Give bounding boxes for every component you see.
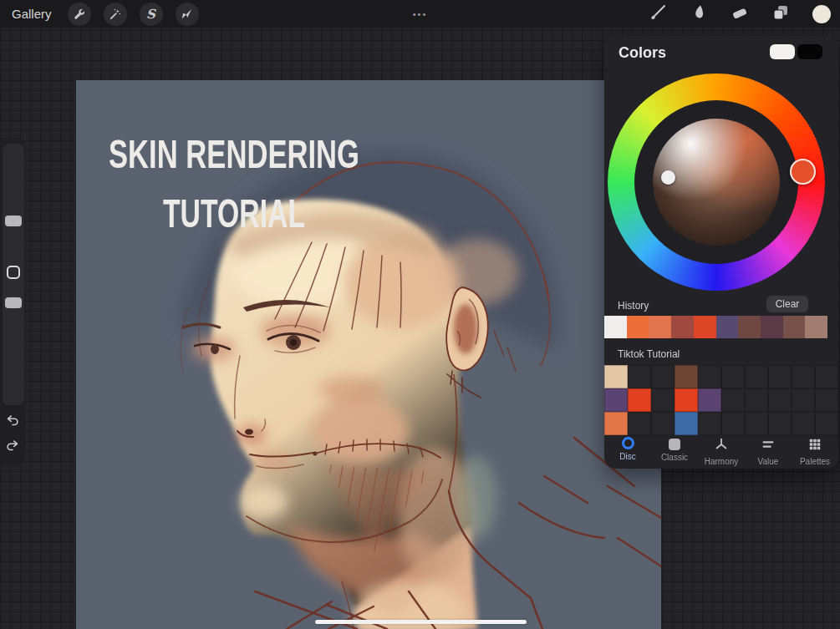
palette-swatch[interactable] <box>628 388 651 412</box>
palette-empty-cell <box>651 412 675 435</box>
tab-disc[interactable]: Disc <box>604 435 651 467</box>
palette-empty-cell <box>768 365 792 388</box>
palettes-icon <box>807 437 822 454</box>
color-mode-tabbar: Disc Classic Harmony <box>604 435 838 467</box>
saturation-knob[interactable] <box>661 170 675 185</box>
harmony-icon <box>714 437 729 454</box>
history-label: History <box>618 300 649 312</box>
magic-wand-icon <box>109 8 122 21</box>
selection-button[interactable]: S <box>140 3 163 26</box>
palette-empty-cell <box>651 388 675 412</box>
palette-empty-cell <box>651 365 675 388</box>
history-swatch[interactable] <box>604 316 627 338</box>
tab-value[interactable]: Value <box>745 435 792 467</box>
transform-button[interactable] <box>176 3 199 26</box>
smudge-button[interactable] <box>690 3 708 24</box>
palette-empty-cell <box>721 365 745 388</box>
palette-empty-cell <box>815 365 838 388</box>
redo-button[interactable] <box>4 439 21 455</box>
procreate-app: Gallery S <box>0 0 840 629</box>
adjustments-button[interactable] <box>104 3 127 26</box>
palette-grid <box>604 365 838 435</box>
redo-icon <box>5 439 20 456</box>
hue-selector[interactable] <box>790 159 816 185</box>
tab-harmony[interactable]: Harmony <box>698 435 745 467</box>
layers-icon <box>771 3 790 24</box>
brush-button[interactable] <box>649 3 667 24</box>
tab-label: Classic <box>661 453 688 462</box>
top-toolbar: Gallery S <box>0 0 840 28</box>
history-swatch[interactable] <box>805 316 827 338</box>
palette-swatch[interactable] <box>604 388 628 412</box>
tab-label: Palettes <box>800 457 830 466</box>
layers-button[interactable] <box>771 3 790 24</box>
tab-label: Disc <box>619 452 635 461</box>
palette-swatch[interactable] <box>675 412 698 435</box>
history-swatch[interactable] <box>627 316 649 338</box>
canvas-title-line2: TUTORIAL <box>163 191 305 236</box>
wrench-icon <box>73 8 86 21</box>
palette-empty-cell <box>721 412 745 435</box>
palette-empty-cell <box>815 412 838 435</box>
value-icon <box>761 437 776 454</box>
undo-icon <box>5 413 20 431</box>
palette-empty-cell <box>768 412 792 435</box>
primary-color-swatch[interactable] <box>770 44 795 59</box>
artwork: SKIN RENDERING TUTORIAL <box>76 80 661 629</box>
overflow-dots-button[interactable]: ••• <box>413 9 428 19</box>
canvas-title-line1: SKIN RENDERING <box>109 132 359 176</box>
history-swatch[interactable] <box>761 316 783 338</box>
tab-classic[interactable]: Classic <box>651 435 698 467</box>
history-swatch[interactable] <box>694 316 716 338</box>
home-indicator[interactable] <box>315 620 527 624</box>
canvas[interactable]: SKIN RENDERING TUTORIAL <box>76 80 661 629</box>
transform-arrow-icon <box>181 8 193 20</box>
undo-button[interactable] <box>4 413 21 430</box>
clear-history-button[interactable]: Clear <box>766 296 808 312</box>
tab-label: Value <box>758 457 779 466</box>
eraser-icon <box>731 3 749 24</box>
palette-swatch[interactable] <box>698 388 721 412</box>
palette-empty-cell <box>628 412 651 435</box>
palette-swatch[interactable] <box>604 365 628 388</box>
color-wheel <box>608 74 825 291</box>
color-pair <box>770 44 822 59</box>
palette-empty-cell <box>698 365 721 388</box>
gallery-button[interactable]: Gallery <box>12 7 52 21</box>
classic-icon <box>669 439 680 450</box>
palette-empty-cell <box>745 388 768 412</box>
palette-empty-cell <box>792 388 815 412</box>
palette-empty-cell <box>792 365 815 388</box>
slider-bar <box>3 144 24 405</box>
sidebar <box>0 138 25 465</box>
palette-empty-cell <box>698 412 721 435</box>
palette-swatch[interactable] <box>604 412 628 435</box>
secondary-color-swatch[interactable] <box>797 44 822 59</box>
history-swatch[interactable] <box>649 316 671 338</box>
colors-panel: Colors History Clear Tiktok Tutorial Dis… <box>604 36 838 469</box>
paintbrush-icon <box>649 3 667 24</box>
selection-s-icon: S <box>146 7 155 22</box>
palette-empty-cell <box>815 388 838 412</box>
history-swatch[interactable] <box>738 316 761 338</box>
palette-swatch[interactable] <box>675 388 698 412</box>
palette-empty-cell <box>745 365 768 388</box>
eraser-button[interactable] <box>731 3 749 24</box>
palette-swatch[interactable] <box>675 365 698 388</box>
modify-button[interactable] <box>7 266 20 279</box>
current-color-button[interactable] <box>812 5 831 23</box>
brush-size-slider[interactable] <box>5 216 22 226</box>
history-swatch[interactable] <box>716 316 739 338</box>
history-swatch[interactable] <box>783 316 806 338</box>
disc-icon <box>622 437 634 449</box>
brush-opacity-slider[interactable] <box>5 297 22 308</box>
palette-empty-cell <box>628 365 651 388</box>
palette-empty-cell <box>792 412 815 435</box>
colors-panel-title: Colors <box>619 44 666 62</box>
palette-empty-cell <box>745 412 768 435</box>
history-swatch[interactable] <box>671 316 694 338</box>
palette-empty-cell <box>721 388 745 412</box>
tab-palettes[interactable]: Palettes <box>792 435 838 467</box>
palette-empty-cell <box>768 388 792 412</box>
actions-button[interactable] <box>68 3 91 26</box>
